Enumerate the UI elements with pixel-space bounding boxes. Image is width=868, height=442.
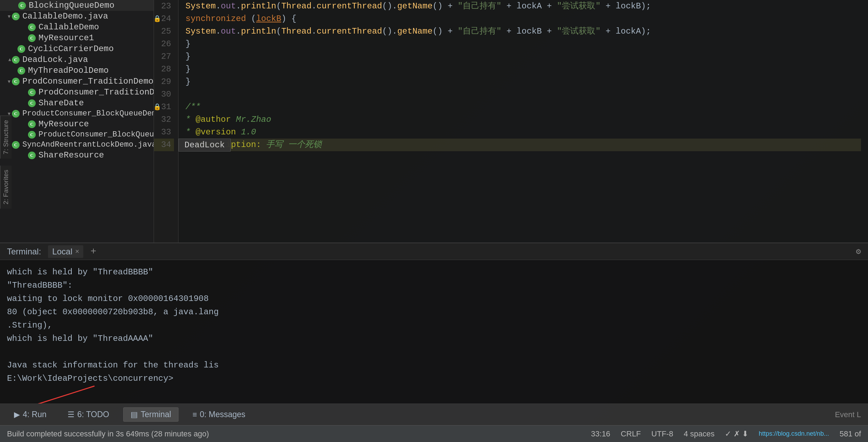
terminal-settings-icon[interactable]: ⚙ <box>856 246 861 257</box>
code-line-23: System.out.println(Thread.currentThread(… <box>186 0 861 13</box>
tree-item-prodconsumer-tradition[interactable]: ▾ C ProdConsumer_TraditionDemo.java <box>0 76 154 87</box>
code-line-30 <box>186 88 861 101</box>
line-num: 25 <box>161 25 171 38</box>
tab-messages-label: 0: Messages <box>200 410 245 419</box>
status-line-ending: CRLF <box>621 429 641 439</box>
event-log-label[interactable]: Event L <box>835 410 861 419</box>
tree-item-productconsumer-blockqueuedemo[interactable]: C ProductConsumer_BlockQueueDemo <box>0 129 154 140</box>
terminal-line-5: .String), <box>7 319 861 332</box>
line-num: 23 <box>161 0 171 13</box>
terminal-line-3: waiting to lock monitor 0x00000164301908 <box>7 292 861 306</box>
gutter-icon-24: 🔒 <box>154 13 161 25</box>
code-line-24: synchronized (lockB) { <box>186 13 861 25</box>
java-file-icon: C <box>28 120 36 128</box>
terminal-tab-close[interactable]: × <box>75 247 79 255</box>
java-file-icon: C <box>18 45 25 53</box>
java-file-icon: C <box>28 23 36 31</box>
line-num: 29 <box>161 76 171 88</box>
tree-item-syncreentrant[interactable]: ▾ C SyncAndReentrantLockDemo.java <box>0 140 154 150</box>
java-file-icon: C <box>12 13 20 20</box>
messages-icon: ≡ <box>192 410 197 419</box>
code-line-29: } <box>186 76 861 88</box>
java-file-icon: C <box>12 141 20 149</box>
terminal-line-8: Java stack information for the threads l… <box>7 359 861 372</box>
line-numbers-gutter: 23 🔒24 25 26 27 28 29 30 🔒31 32 33 34 <box>154 0 178 243</box>
tree-label: BlockingQueueDemo <box>29 1 114 10</box>
line-num: 31 <box>161 101 171 113</box>
java-file-icon: C <box>12 78 20 85</box>
terminal-line-9: E:\Work\IdeaProjects\concurrency> <box>7 372 861 385</box>
vertical-tabs: 7: Structure 2: Favorites <box>0 115 12 209</box>
tree-item-sharedate[interactable]: C ShareDate <box>0 98 154 108</box>
terminal-add-button[interactable]: + <box>90 246 96 257</box>
tree-item-myresource1[interactable]: C MyResource1 <box>0 33 154 43</box>
tree-label: MyResource1 <box>38 33 94 43</box>
java-file-icon: C <box>28 34 36 42</box>
tree-label: ProdConsumer_TraditionDemo <box>38 87 154 97</box>
project-sidebar: C BlockingQueueDemo ▾ C CallableDemo.jav… <box>0 0 154 243</box>
tree-item-productconsumer-blockqueue[interactable]: ▾ C ProductConsumer_BlockQueueDemo.java <box>0 108 154 119</box>
tooltip-text: DeadLock <box>184 140 225 150</box>
terminal-line-1: which is held by "ThreadBBBB" <box>7 266 861 279</box>
status-position: 33:16 <box>591 429 610 439</box>
tab-run-label: 4: Run <box>23 410 47 419</box>
terminal-header: Terminal: Local × + ⚙ <box>0 243 868 260</box>
tab-todo[interactable]: ☰ 6: TODO <box>61 408 116 421</box>
tree-item-blockingqueuedemo[interactable]: C BlockingQueueDemo <box>0 0 154 11</box>
tree-label: ProdConsumer_TraditionDemo.java <box>22 77 154 86</box>
terminal-line-2: "ThreadBBBB": <box>7 279 861 292</box>
terminal-body[interactable]: which is held by "ThreadBBBB" "ThreadBBB… <box>0 260 868 404</box>
terminal-label: Terminal: <box>7 247 41 257</box>
status-icons: ✓ ✗ ⬇ <box>725 429 748 439</box>
tree-label: SyncAndReentrantLockDemo.java <box>22 140 154 149</box>
structure-tab[interactable]: 7: Structure <box>0 115 12 159</box>
code-line-25: System.out.println(Thread.currentThread(… <box>186 25 861 38</box>
status-bar: Build completed successfully in 3s 649ms… <box>0 425 868 442</box>
java-file-icon: C <box>28 89 36 96</box>
java-file-icon: C <box>12 110 20 118</box>
terminal-icon: ▤ <box>131 410 138 419</box>
tree-item-mythreadpooldemo[interactable]: C MyThreadPoolDemo <box>0 65 154 76</box>
tree-arrow: ▾ <box>7 12 11 21</box>
line-num: 32 <box>161 113 171 126</box>
tree-label: ProductConsumer_BlockQueueDemo <box>38 130 154 139</box>
java-file-icon: C <box>28 152 36 159</box>
tree-item-shareresource[interactable]: C ShareResource <box>0 150 154 161</box>
gutter-icon-31: 🔒 <box>154 101 161 113</box>
code-line-28: } <box>186 63 861 76</box>
line-num: 24 <box>161 13 171 25</box>
tree-label: CallableDemo.java <box>22 12 108 21</box>
bottom-toolbar: ▶ 4: Run ☰ 6: TODO ▤ Terminal ≡ 0: Messa… <box>0 404 868 425</box>
code-line-31: /** <box>186 101 861 113</box>
tree-item-callabledemo[interactable]: C CallableDemo <box>0 22 154 33</box>
tab-terminal[interactable]: ▤ Terminal <box>123 407 178 422</box>
code-editor: 23 🔒24 25 26 27 28 29 30 🔒31 32 33 34 <box>154 0 868 243</box>
line-num: 34 <box>161 139 171 151</box>
favorites-tab[interactable]: 2: Favorites <box>0 166 12 209</box>
java-file-icon: C <box>28 131 36 139</box>
tree-label: CallableDemo <box>38 22 99 32</box>
tree-item-prodconsumer-traditiondemo[interactable]: C ProdConsumer_TraditionDemo <box>0 87 154 98</box>
page-count: 581 of <box>840 429 861 439</box>
tab-terminal-label: Terminal <box>141 410 171 419</box>
tab-run[interactable]: ▶ 4: Run <box>7 408 54 421</box>
tree-item-cycliccarrierdemo[interactable]: C CyclicCarrierDemo <box>0 43 154 54</box>
terminal-line-6: which is held by "ThreadAAAA" <box>7 332 861 345</box>
java-file-icon: C <box>28 99 36 107</box>
line-num: 26 <box>161 38 171 50</box>
tree-label: ProductConsumer_BlockQueueDemo.java <box>22 109 154 118</box>
tree-item-myresource[interactable]: C MyResource <box>0 119 154 129</box>
code-content[interactable]: System.out.println(Thread.currentThread(… <box>178 0 868 243</box>
java-file-icon: C <box>18 67 25 75</box>
tree-label: ShareDate <box>38 98 84 108</box>
tree-arrow: ▾ <box>7 77 11 86</box>
tree-item-callabledemo-java[interactable]: ▾ C CallableDemo.java <box>0 11 154 22</box>
line-num: 30 <box>161 88 171 101</box>
terminal-tab-local[interactable]: Local × <box>48 245 83 258</box>
url-bar[interactable]: https://blog.csdn.net/nb... <box>759 430 829 437</box>
tab-messages[interactable]: ≡ 0: Messages <box>186 408 252 421</box>
code-line-27: } <box>186 50 861 63</box>
tree-label: ShareResource <box>38 150 104 160</box>
tree-item-deadlock-java[interactable]: ▸ C DeadLock.java <box>0 54 154 65</box>
code-line-32: * @author Mr.Zhao <box>186 113 861 126</box>
